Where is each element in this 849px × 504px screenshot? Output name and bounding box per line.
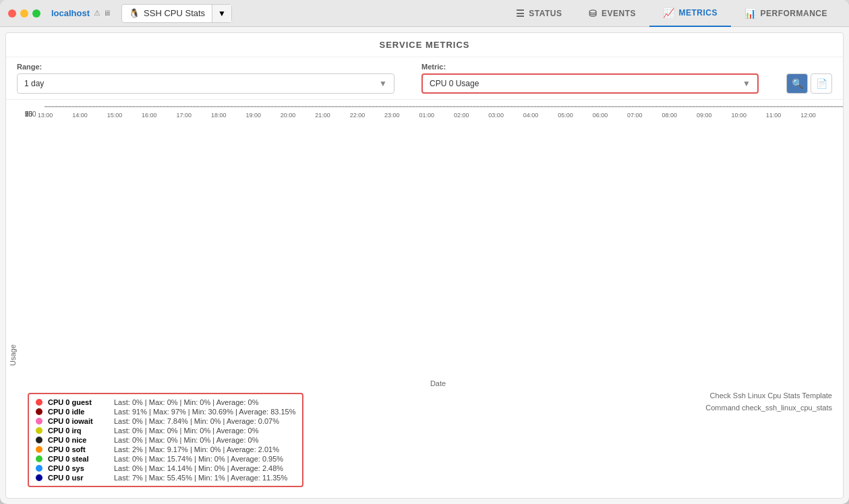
legend-color-usr xyxy=(36,474,42,481)
legend-stats-irq: Last: 0% | Max: 0% | Min: 0% | Average: … xyxy=(114,427,258,435)
legend-stats-soft: Last: 2% | Max: 9.17% | Min: 0% | Averag… xyxy=(114,445,279,453)
legend-stats-iowait: Last: 0% | Max: 7.84% | Min: 0% | Averag… xyxy=(114,417,279,425)
legend-color-guest xyxy=(36,399,42,406)
legend-stats-guest: Last: 0% | Max: 0% | Min: 0% | Average: … xyxy=(114,398,258,406)
status-icon: ☰ xyxy=(516,8,525,19)
maximize-button[interactable] xyxy=(32,9,40,18)
range-arrow-icon: ▼ xyxy=(379,79,387,88)
legend-color-nice xyxy=(36,437,42,443)
close-button[interactable] xyxy=(8,9,16,18)
list-item: CPU 0 guest Last: 0% | Max: 0% | Min: 0%… xyxy=(36,398,295,406)
range-label: Range: xyxy=(17,63,394,71)
penguin-icon: 🐧 xyxy=(129,8,140,18)
chart-area: Usage 0 25 50 75 100 xyxy=(6,100,843,390)
list-item: CPU 0 soft Last: 2% | Max: 9.17% | Min: … xyxy=(36,445,295,453)
legend-color-idle xyxy=(36,408,42,415)
service-dropdown[interactable]: 🐧 SSH CPU Stats ▼ xyxy=(121,4,232,23)
list-item: CPU 0 irq Last: 0% | Max: 0% | Min: 0% |… xyxy=(36,427,295,435)
host-icons: ⚠ 🖥 xyxy=(94,9,111,18)
legend-stats-usr: Last: 7% | Max: 55.45% | Min: 1% | Avera… xyxy=(114,474,287,482)
legend-name-nice: CPU 0 nice xyxy=(48,436,109,444)
range-select[interactable]: 1 day ▼ xyxy=(17,73,394,94)
alert-icon: ⚠ xyxy=(94,9,100,18)
legend-color-steal xyxy=(36,455,42,462)
minimize-button[interactable] xyxy=(20,9,28,18)
bottom-info: Check Ssh Linux Cpu Stats Template Comma… xyxy=(705,390,832,414)
list-item: CPU 0 idle Last: 91% | Max: 97% | Min: 3… xyxy=(36,408,295,416)
chart-inner: 0 25 50 75 100 xyxy=(45,106,843,107)
legend-name-soft: CPU 0 soft xyxy=(48,445,109,453)
legend-area: CPU 0 guest Last: 0% | Max: 0% | Min: 0%… xyxy=(28,393,303,487)
tab-metrics[interactable]: 📈 METRICS xyxy=(649,0,731,27)
legend-color-irq xyxy=(36,427,42,434)
legend-stats-steal: Last: 0% | Max: 15.74% | Min: 0% | Avera… xyxy=(114,455,283,463)
legend-stats-idle: Last: 91% | Max: 97% | Min: 30.69% | Ave… xyxy=(114,408,295,416)
main-content: SERVICE METRICS Range: 1 day ▼ Metric: C… xyxy=(5,32,844,499)
app-window: localhost ⚠ 🖥 🐧 SSH CPU Stats ▼ ☰ STATUS… xyxy=(0,0,849,504)
list-item: CPU 0 usr Last: 7% | Max: 55.45% | Min: … xyxy=(36,474,295,482)
metric-group: Metric: CPU 0 Usage ▼ xyxy=(421,63,759,94)
metric-select[interactable]: CPU 0 Usage ▼ xyxy=(421,73,759,94)
performance-icon: 📊 xyxy=(744,8,757,19)
legend-stats-sys: Last: 0% | Max: 14.14% | Min: 0% | Avera… xyxy=(114,464,283,472)
chart-container: Usage 0 25 50 75 100 xyxy=(6,100,843,366)
legend-name-steal: CPU 0 steal xyxy=(48,455,109,463)
chevron-down-icon: ▼ xyxy=(218,9,226,18)
export-button[interactable]: 📄 xyxy=(811,73,832,94)
legend-color-soft xyxy=(36,446,42,453)
legend-color-iowait xyxy=(36,418,42,424)
y-axis-label: Usage xyxy=(6,106,20,366)
search-button[interactable]: 🔍 xyxy=(786,73,808,94)
host-label: localhost xyxy=(51,8,90,18)
metrics-icon: 📈 xyxy=(663,7,675,18)
tab-events[interactable]: ⛁ EVENTS xyxy=(575,0,649,27)
legend-name-guest: CPU 0 guest xyxy=(48,398,109,406)
range-group: Range: 1 day ▼ xyxy=(17,63,394,94)
list-item: CPU 0 iowait Last: 0% | Max: 7.84% | Min… xyxy=(36,417,295,425)
legend-stats-nice: Last: 0% | Max: 0% | Min: 0% | Average: … xyxy=(114,436,258,444)
legend-name-irq: CPU 0 irq xyxy=(48,427,109,435)
legend-name-sys: CPU 0 sys xyxy=(48,464,109,472)
list-item: CPU 0 sys Last: 0% | Max: 14.14% | Min: … xyxy=(36,464,295,472)
bottom-info-line1: Check Ssh Linux Cpu Stats Template xyxy=(705,390,832,402)
section-title: SERVICE METRICS xyxy=(6,33,843,57)
titlebar: localhost ⚠ 🖥 🐧 SSH CPU Stats ▼ ☰ STATUS… xyxy=(0,0,849,27)
nav-tabs: ☰ STATUS ⛁ EVENTS 📈 METRICS 📊 PERFORMANC… xyxy=(502,0,841,27)
bottom-info-line2: Command check_ssh_linux_cpu_stats xyxy=(705,402,832,414)
tab-performance[interactable]: 📊 PERFORMANCE xyxy=(731,0,841,27)
host-section: localhost ⚠ 🖥 xyxy=(51,8,111,18)
tab-status[interactable]: ☰ STATUS xyxy=(502,0,576,27)
events-icon: ⛁ xyxy=(589,8,597,19)
legend-name-usr: CPU 0 usr xyxy=(48,474,109,482)
legend-name-iowait: CPU 0 iowait xyxy=(48,417,109,425)
dropdown-arrow-button[interactable]: ▼ xyxy=(212,5,231,22)
list-item: CPU 0 nice Last: 0% | Max: 0% | Min: 0% … xyxy=(36,436,295,444)
legend-name-idle: CPU 0 idle xyxy=(48,408,109,416)
traffic-lights xyxy=(8,9,40,18)
legend-color-sys xyxy=(36,465,42,472)
list-item: CPU 0 steal Last: 0% | Max: 15.74% | Min… xyxy=(36,455,295,463)
x-axis-label: Date xyxy=(6,366,843,390)
control-actions: 🔍 📄 xyxy=(786,73,832,94)
metric-arrow-icon: ▼ xyxy=(742,79,751,88)
service-dropdown-label: 🐧 SSH CPU Stats xyxy=(122,8,212,18)
metric-label: Metric: xyxy=(421,63,759,71)
terminal-icon: 🖥 xyxy=(103,9,111,18)
controls-row: Range: 1 day ▼ Metric: CPU 0 Usage ▼ 🔍 📄 xyxy=(6,57,843,100)
